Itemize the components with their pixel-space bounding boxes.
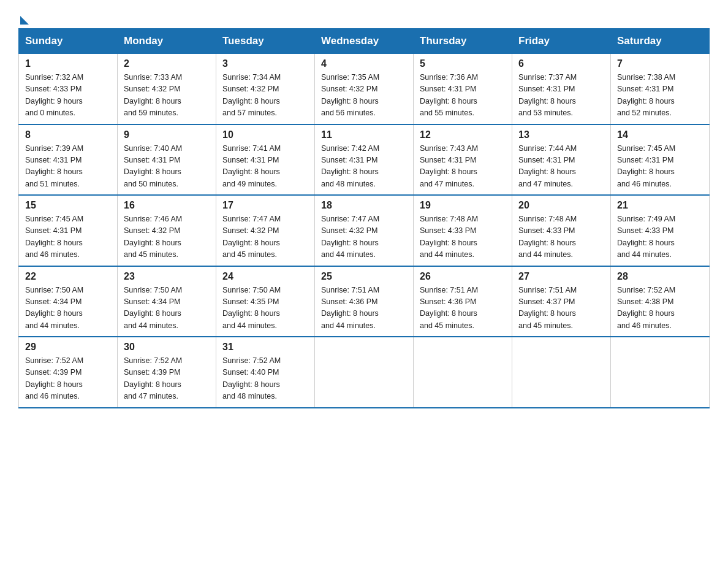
day-info: Sunrise: 7:37 AMSunset: 4:31 PMDaylight:… — [518, 73, 577, 117]
day-of-week-header: Monday — [118, 29, 216, 54]
day-of-week-header: Wednesday — [315, 29, 414, 54]
calendar-day-cell: 5 Sunrise: 7:36 AMSunset: 4:31 PMDayligh… — [414, 54, 512, 124]
day-info: Sunrise: 7:47 AMSunset: 4:32 PMDaylight:… — [321, 215, 379, 259]
day-info: Sunrise: 7:39 AMSunset: 4:31 PMDaylight:… — [25, 144, 83, 188]
day-info: Sunrise: 7:52 AMSunset: 4:39 PMDaylight:… — [25, 356, 83, 400]
day-info: Sunrise: 7:34 AMSunset: 4:32 PMDaylight:… — [222, 73, 281, 117]
day-number: 31 — [222, 342, 308, 353]
day-of-week-header: Sunday — [19, 29, 118, 54]
calendar-day-cell: 4 Sunrise: 7:35 AMSunset: 4:32 PMDayligh… — [315, 54, 414, 124]
calendar-day-cell: 29 Sunrise: 7:52 AMSunset: 4:39 PMDaylig… — [19, 337, 118, 408]
day-info: Sunrise: 7:41 AMSunset: 4:31 PMDaylight:… — [222, 144, 281, 188]
calendar-day-cell: 31 Sunrise: 7:52 AMSunset: 4:40 PMDaylig… — [216, 337, 315, 408]
calendar-day-cell: 21 Sunrise: 7:49 AMSunset: 4:33 PMDaylig… — [611, 195, 710, 266]
day-number: 21 — [617, 200, 703, 211]
calendar-day-cell: 27 Sunrise: 7:51 AMSunset: 4:37 PMDaylig… — [512, 266, 611, 337]
day-number: 14 — [617, 129, 703, 140]
calendar-day-cell — [512, 337, 611, 408]
day-info: Sunrise: 7:48 AMSunset: 4:33 PMDaylight:… — [420, 215, 478, 259]
calendar-day-cell: 14 Sunrise: 7:45 AMSunset: 4:31 PMDaylig… — [611, 124, 710, 196]
day-info: Sunrise: 7:47 AMSunset: 4:32 PMDaylight:… — [222, 215, 281, 259]
day-info: Sunrise: 7:50 AMSunset: 4:35 PMDaylight:… — [222, 286, 281, 330]
calendar-day-cell: 25 Sunrise: 7:51 AMSunset: 4:36 PMDaylig… — [315, 266, 414, 337]
day-info: Sunrise: 7:33 AMSunset: 4:32 PMDaylight:… — [124, 73, 182, 117]
calendar-day-cell — [414, 337, 512, 408]
day-number: 15 — [25, 200, 111, 211]
day-number: 25 — [321, 271, 407, 282]
calendar-day-cell: 30 Sunrise: 7:52 AMSunset: 4:39 PMDaylig… — [118, 337, 216, 408]
day-number: 5 — [420, 58, 506, 69]
day-of-week-header: Thursday — [414, 29, 512, 54]
calendar-header-row: SundayMondayTuesdayWednesdayThursdayFrid… — [19, 29, 710, 54]
day-info: Sunrise: 7:46 AMSunset: 4:32 PMDaylight:… — [124, 215, 182, 259]
day-number: 30 — [124, 342, 210, 353]
day-info: Sunrise: 7:52 AMSunset: 4:38 PMDaylight:… — [617, 286, 675, 330]
calendar-day-cell: 15 Sunrise: 7:45 AMSunset: 4:31 PMDaylig… — [19, 195, 118, 266]
day-number: 24 — [222, 271, 308, 282]
day-number: 2 — [124, 58, 210, 69]
day-info: Sunrise: 7:32 AMSunset: 4:33 PMDaylight:… — [25, 73, 83, 117]
calendar-day-cell: 23 Sunrise: 7:50 AMSunset: 4:34 PMDaylig… — [118, 266, 216, 337]
day-info: Sunrise: 7:35 AMSunset: 4:32 PMDaylight:… — [321, 73, 379, 117]
day-info: Sunrise: 7:52 AMSunset: 4:40 PMDaylight:… — [222, 356, 281, 400]
day-of-week-header: Friday — [512, 29, 611, 54]
calendar-week-row: 22 Sunrise: 7:50 AMSunset: 4:34 PMDaylig… — [19, 266, 710, 337]
calendar-day-cell: 11 Sunrise: 7:42 AMSunset: 4:31 PMDaylig… — [315, 124, 414, 196]
calendar-day-cell: 9 Sunrise: 7:40 AMSunset: 4:31 PMDayligh… — [118, 124, 216, 196]
day-info: Sunrise: 7:49 AMSunset: 4:33 PMDaylight:… — [617, 215, 675, 259]
calendar-day-cell: 18 Sunrise: 7:47 AMSunset: 4:32 PMDaylig… — [315, 195, 414, 266]
day-number: 13 — [518, 129, 604, 140]
calendar-day-cell: 13 Sunrise: 7:44 AMSunset: 4:31 PMDaylig… — [512, 124, 611, 196]
day-info: Sunrise: 7:40 AMSunset: 4:31 PMDaylight:… — [124, 144, 182, 188]
day-number: 3 — [222, 58, 308, 69]
calendar-day-cell: 2 Sunrise: 7:33 AMSunset: 4:32 PMDayligh… — [118, 54, 216, 124]
calendar-week-row: 1 Sunrise: 7:32 AMSunset: 4:33 PMDayligh… — [19, 54, 710, 124]
calendar-day-cell: 28 Sunrise: 7:52 AMSunset: 4:38 PMDaylig… — [611, 266, 710, 337]
day-info: Sunrise: 7:44 AMSunset: 4:31 PMDaylight:… — [518, 144, 577, 188]
day-number: 16 — [124, 200, 210, 211]
calendar-week-row: 29 Sunrise: 7:52 AMSunset: 4:39 PMDaylig… — [19, 337, 710, 408]
calendar-day-cell: 22 Sunrise: 7:50 AMSunset: 4:34 PMDaylig… — [19, 266, 118, 337]
day-of-week-header: Saturday — [611, 29, 710, 54]
day-info: Sunrise: 7:51 AMSunset: 4:37 PMDaylight:… — [518, 286, 577, 330]
day-number: 27 — [518, 271, 604, 282]
day-number: 20 — [518, 200, 604, 211]
calendar-day-cell: 26 Sunrise: 7:51 AMSunset: 4:36 PMDaylig… — [414, 266, 512, 337]
day-number: 29 — [25, 342, 111, 353]
day-number: 8 — [25, 129, 111, 140]
day-number: 7 — [617, 58, 703, 69]
page-header — [18, 12, 710, 22]
day-info: Sunrise: 7:50 AMSunset: 4:34 PMDaylight:… — [124, 286, 182, 330]
calendar-day-cell: 6 Sunrise: 7:37 AMSunset: 4:31 PMDayligh… — [512, 54, 611, 124]
day-info: Sunrise: 7:36 AMSunset: 4:31 PMDaylight:… — [420, 73, 478, 117]
calendar-day-cell: 8 Sunrise: 7:39 AMSunset: 4:31 PMDayligh… — [19, 124, 118, 196]
day-info: Sunrise: 7:42 AMSunset: 4:31 PMDaylight:… — [321, 144, 379, 188]
day-info: Sunrise: 7:48 AMSunset: 4:33 PMDaylight:… — [518, 215, 577, 259]
calendar-week-row: 8 Sunrise: 7:39 AMSunset: 4:31 PMDayligh… — [19, 124, 710, 196]
day-info: Sunrise: 7:45 AMSunset: 4:31 PMDaylight:… — [25, 215, 83, 259]
calendar-day-cell: 3 Sunrise: 7:34 AMSunset: 4:32 PMDayligh… — [216, 54, 315, 124]
day-number: 18 — [321, 200, 407, 211]
calendar-day-cell: 19 Sunrise: 7:48 AMSunset: 4:33 PMDaylig… — [414, 195, 512, 266]
day-number: 10 — [222, 129, 308, 140]
day-info: Sunrise: 7:43 AMSunset: 4:31 PMDaylight:… — [420, 144, 478, 188]
calendar-week-row: 15 Sunrise: 7:45 AMSunset: 4:31 PMDaylig… — [19, 195, 710, 266]
calendar-day-cell: 20 Sunrise: 7:48 AMSunset: 4:33 PMDaylig… — [512, 195, 611, 266]
day-number: 1 — [25, 58, 111, 69]
day-info: Sunrise: 7:51 AMSunset: 4:36 PMDaylight:… — [420, 286, 478, 330]
day-number: 6 — [518, 58, 604, 69]
calendar-day-cell: 1 Sunrise: 7:32 AMSunset: 4:33 PMDayligh… — [19, 54, 118, 124]
day-info: Sunrise: 7:51 AMSunset: 4:36 PMDaylight:… — [321, 286, 379, 330]
day-info: Sunrise: 7:45 AMSunset: 4:31 PMDaylight:… — [617, 144, 675, 188]
day-info: Sunrise: 7:50 AMSunset: 4:34 PMDaylight:… — [25, 286, 83, 330]
calendar-day-cell: 10 Sunrise: 7:41 AMSunset: 4:31 PMDaylig… — [216, 124, 315, 196]
calendar-day-cell: 7 Sunrise: 7:38 AMSunset: 4:31 PMDayligh… — [611, 54, 710, 124]
day-info: Sunrise: 7:52 AMSunset: 4:39 PMDaylight:… — [124, 356, 182, 400]
logo — [18, 12, 29, 22]
calendar-day-cell — [611, 337, 710, 408]
day-number: 4 — [321, 58, 407, 69]
day-number: 26 — [420, 271, 506, 282]
logo-arrow-icon — [20, 16, 29, 25]
day-number: 12 — [420, 129, 506, 140]
day-number: 23 — [124, 271, 210, 282]
